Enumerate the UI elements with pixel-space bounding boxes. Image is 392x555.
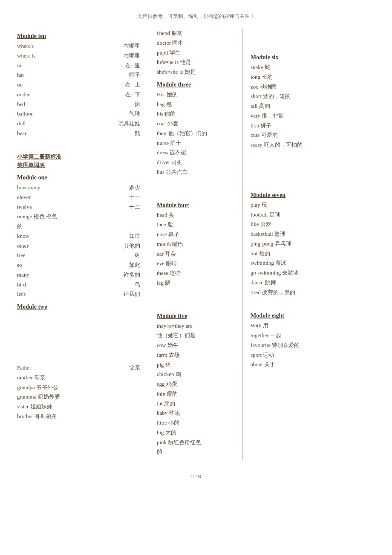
word-eye: eye 眼睛 bbox=[157, 259, 235, 269]
module-five: Module five they're=they are 他（她它）们是 cow… bbox=[157, 313, 235, 457]
word-zoo: zoo 动物园 bbox=[251, 82, 349, 92]
word-grandpa: grandpa 爷爷外公 bbox=[17, 383, 140, 393]
word-egg: egg 鸡蛋 bbox=[157, 379, 235, 389]
word-farm: farm 农场 bbox=[157, 350, 235, 360]
module-two-title: Module two bbox=[17, 304, 140, 310]
module-three-title: Module three bbox=[157, 81, 235, 88]
module-six-title: Module six bbox=[251, 54, 349, 61]
word-zh: 床 bbox=[135, 100, 140, 110]
module-eight: Module eight With 用 together 一起 favourit… bbox=[251, 312, 349, 370]
word-these: these 这些 bbox=[157, 269, 235, 278]
word-pink: pink 粉红色粉红色 bbox=[157, 438, 235, 448]
module-five-title: Module five bbox=[157, 313, 235, 320]
word-together: together 一起 bbox=[251, 331, 349, 341]
module-one: Module one how many 多少 eleven 十一 twelve … bbox=[17, 174, 140, 299]
word-know: know 知道 bbox=[17, 231, 140, 241]
word-balloon: balloon 气球 bbox=[17, 109, 140, 119]
word-zh: 气球 bbox=[129, 109, 140, 119]
module-four-title: Module four bbox=[157, 202, 235, 209]
word-pupil: pupil 学生 bbox=[157, 48, 235, 58]
word-like: like 喜欢 bbox=[251, 220, 349, 229]
book-title-text: 小学第二册新标准英语单词表 bbox=[17, 153, 140, 171]
word-goswimming: go swimming 去游泳 bbox=[251, 268, 349, 278]
word-zh: 玩具娃娃 bbox=[118, 119, 140, 129]
word-en: bed bbox=[17, 100, 25, 110]
word-many: many 许多的 bbox=[17, 270, 140, 280]
word-en: bear bbox=[17, 129, 26, 139]
word-en: balloon bbox=[17, 109, 34, 119]
word-eleven: eleven 十一 bbox=[17, 193, 140, 202]
column-2: friend 朋友 doctor 医生 pupil 学生 he's=he is … bbox=[149, 29, 243, 460]
word-en: on bbox=[17, 80, 23, 90]
word-her: Her 她的 bbox=[157, 90, 235, 100]
word-basketball: basketball 篮球 bbox=[251, 229, 349, 239]
word-fat: fat 胖的 bbox=[157, 399, 235, 409]
word-zh: 如此 bbox=[129, 260, 140, 270]
module-six: Module six snake 蛇 long 长的 zoo 动物园 short… bbox=[251, 54, 349, 150]
word-baby: baby 幼崽 bbox=[157, 408, 235, 418]
word-grandma: grandma 奶奶外婆 bbox=[17, 392, 140, 402]
word-lion: lion 狮子 bbox=[251, 121, 349, 131]
word-dress: dress 连衣裙 bbox=[157, 148, 235, 158]
word-face: face 脸 bbox=[157, 220, 235, 230]
word-en: other bbox=[17, 241, 29, 251]
word-hes: he's=he is 他是 bbox=[157, 58, 235, 67]
word-zh: 在哪里 bbox=[124, 41, 140, 51]
word-friend: friend 朋友 bbox=[157, 29, 235, 38]
word-thin: thin 瘦的 bbox=[157, 389, 235, 399]
word-bed: bed 床 bbox=[17, 100, 140, 110]
page: 文档供参考、可复制、编制，期待您的好评与关注！ Module ten where… bbox=[0, 0, 392, 555]
word-en: under bbox=[17, 90, 30, 100]
word-chicken: chicken 鸡 bbox=[157, 370, 235, 379]
book-title: 小学第二册新标准英语单词表 bbox=[17, 153, 140, 171]
word-short: short 矮的，短的 bbox=[251, 92, 349, 101]
word-zh: 熊 bbox=[135, 129, 140, 139]
word-en: twelve bbox=[17, 202, 32, 212]
module-seven-title: Module seven bbox=[251, 192, 349, 199]
word-bird: bird 鸟 bbox=[17, 280, 140, 290]
word-zh: 十二 bbox=[129, 202, 140, 212]
module-ten: Module ten where's 在哪里 where is 在哪里 in 在… bbox=[17, 33, 140, 139]
word-scary: scary 吓人的，可怕的 bbox=[251, 140, 349, 150]
module-seven: Module seven play 玩 football 足球 like 喜欢 … bbox=[251, 192, 349, 298]
word-en: how many bbox=[17, 183, 40, 193]
word-en: bird bbox=[17, 280, 26, 290]
word-their: their 他（她它）们的 bbox=[157, 129, 235, 139]
word-nurse: nurse 护士 bbox=[157, 139, 235, 148]
word-doctor: doctor 医生 bbox=[157, 38, 235, 48]
word-en: know bbox=[17, 231, 29, 241]
word-zh: 其他的 bbox=[124, 241, 140, 251]
word-pink-cont: 的 bbox=[157, 447, 235, 457]
word-bag: bag 包 bbox=[157, 100, 235, 110]
word-en: where is bbox=[17, 51, 36, 61]
word-zh: 十一 bbox=[129, 193, 140, 202]
word-twelve: twelve 十二 bbox=[17, 202, 140, 212]
word-about: about 关于 bbox=[251, 360, 349, 370]
column-3: Module six snake 蛇 long 长的 zoo 动物园 short… bbox=[243, 29, 349, 460]
word-big: big 大的 bbox=[157, 428, 235, 438]
word-so: so 如此 bbox=[17, 260, 140, 270]
word-sister: sister 姐姐妹妹 bbox=[17, 402, 140, 412]
word-zh: 让我们 bbox=[124, 289, 140, 299]
word-howmany: how many 多少 bbox=[17, 183, 140, 193]
word-hat: hat 帽子 bbox=[17, 70, 140, 80]
word-zh: 多少 bbox=[129, 183, 140, 193]
word-zh: 帽子 bbox=[129, 70, 140, 80]
word-en: where's bbox=[17, 41, 34, 51]
word-tired: tired 疲劳的，累的 bbox=[251, 288, 349, 298]
family-words: Father 父亲 mother 母亲 grandpa 爷爷外公 grandma… bbox=[17, 363, 140, 422]
word-orange: orange 橙色 橙色 bbox=[17, 212, 140, 222]
word-brother: brother 哥哥弟弟 bbox=[17, 412, 140, 422]
column-1: Module ten where's 在哪里 where is 在哪里 in 在… bbox=[17, 29, 149, 460]
word-on: on 在--上 bbox=[17, 80, 140, 90]
word-tree: tree 树 bbox=[17, 251, 140, 260]
word-zh: 父亲 bbox=[129, 363, 140, 373]
page-number: 2 / 8 bbox=[17, 473, 375, 480]
module-ten-title: Module ten bbox=[17, 33, 140, 40]
word-driver: driver 司机 bbox=[157, 158, 235, 168]
word-very: very 很，非常 bbox=[251, 111, 349, 121]
word-dance: dance 跳舞 bbox=[251, 278, 349, 288]
word-en: hat bbox=[17, 70, 24, 80]
word-en: in bbox=[17, 61, 21, 71]
word-coat: coat 外套 bbox=[157, 119, 235, 129]
